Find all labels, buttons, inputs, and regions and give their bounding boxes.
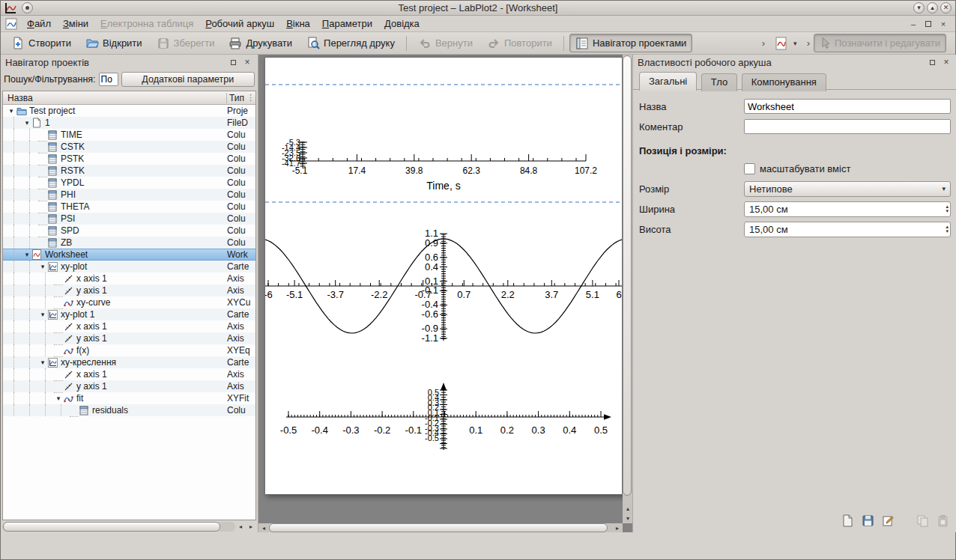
advanced-options-button[interactable]: Додаткові параметри	[121, 72, 255, 87]
size-combobox[interactable]: Нетипове ▾	[744, 181, 951, 197]
expander-icon[interactable]: ▾	[37, 263, 48, 270]
tree-row[interactable]: x axis 1Axis	[3, 320, 255, 332]
spin-down-icon[interactable]: ▾	[946, 229, 949, 234]
column-header-type[interactable]: Тип	[227, 93, 246, 103]
width-spinbox[interactable]: 15,00 см ▴▾	[744, 201, 951, 217]
tree-row[interactable]: residualsColu	[3, 404, 255, 416]
dock-close-icon[interactable]: ×	[940, 57, 952, 67]
mdi-restore-icon[interactable]	[922, 19, 934, 29]
worksheet-page[interactable]: -5.117.439.862.384.8107.2Time, s-5.3-14.…	[264, 57, 623, 495]
dock-float-icon[interactable]	[227, 57, 239, 67]
tree-row[interactable]: ▾WorksheetWork	[3, 249, 255, 261]
tree-row[interactable]: y axis 1Axis	[3, 284, 255, 296]
tab-layout[interactable]: Компонування	[742, 73, 826, 91]
maximize-button[interactable]: ▴	[927, 2, 938, 13]
scrollbar-thumb[interactable]	[3, 522, 220, 532]
menu-item-1[interactable]: Зміни	[57, 16, 94, 31]
menu-item-4[interactable]: Вікна	[280, 16, 316, 31]
edit-template-button[interactable]	[880, 513, 896, 528]
explorer-hscrollbar[interactable]: ◂ ▸	[2, 521, 256, 532]
menu-item-3[interactable]: Робочий аркуш	[199, 16, 280, 31]
tree-row[interactable]: ▾xy-plot 1Carte	[3, 308, 255, 320]
tree-row[interactable]: ▾Test projectProje	[3, 105, 255, 117]
print-button[interactable]: Друкувати	[223, 34, 298, 52]
window-menu-button[interactable]	[22, 2, 33, 13]
tree-row[interactable]: PSIColu	[3, 213, 255, 225]
filter-input[interactable]	[99, 73, 118, 86]
expander-icon[interactable]: ▾	[22, 251, 32, 258]
tree-row[interactable]: RSTKColu	[3, 165, 255, 177]
expander-icon[interactable]: ▾	[22, 119, 32, 127]
expander-icon[interactable]: ▾	[37, 311, 48, 318]
tree-row[interactable]: PHIColu	[3, 189, 255, 201]
titlebar[interactable]: Test project – LabPlot2 - [Worksheet] ▾ …	[1, 1, 955, 16]
column-header-name[interactable]: Назва	[3, 93, 227, 103]
tree-row[interactable]: x axis 1Axis	[3, 273, 255, 284]
name-input[interactable]	[744, 99, 951, 114]
tree-row[interactable]: y axis 1Axis	[3, 332, 255, 344]
minimize-button[interactable]: ▾	[913, 2, 925, 13]
scroll-left-icon[interactable]: ◂	[258, 523, 269, 532]
tree-row[interactable]: x axis 1Axis	[3, 368, 255, 380]
scroll-up-icon[interactable]: ▴	[623, 504, 632, 514]
column-menu-icon[interactable]: ⋮	[246, 93, 255, 103]
scroll-left-icon[interactable]: ◂	[235, 522, 246, 532]
open-button[interactable]: Відкрити	[79, 34, 148, 52]
scrollbar-thumb[interactable]	[623, 55, 632, 496]
toolbar-overflow-icon[interactable]: ›	[760, 37, 766, 49]
load-template-button[interactable]	[839, 513, 856, 528]
tree-row[interactable]: YPDLColu	[3, 177, 255, 189]
tree-row[interactable]: ▾fitXYFit	[3, 392, 255, 404]
close-button[interactable]: ✕	[940, 2, 952, 13]
tree-row[interactable]: SPDColu	[3, 225, 255, 237]
print-preview-button[interactable]: Перегляд друку	[300, 34, 401, 52]
save-template-button[interactable]	[859, 513, 876, 528]
tree-row[interactable]: PSTKColu	[3, 153, 255, 165]
tree-row[interactable]: ▾xy-кресленняCarte	[3, 356, 255, 368]
properties-tabbar: Загальні Тло Компонування	[633, 70, 956, 90]
tree-row[interactable]: ▾1FileD	[3, 117, 255, 129]
expander-icon[interactable]: ▾	[53, 395, 64, 402]
tree-row[interactable]: ▾xy-plotCarte	[3, 261, 255, 273]
tree-row[interactable]: TIMEColu	[3, 129, 255, 141]
spin-down-icon[interactable]: ▾	[946, 209, 949, 213]
tree-row[interactable]: y axis 1Axis	[3, 380, 255, 392]
tree-row[interactable]: ZBColu	[3, 237, 255, 249]
scrollbar-track[interactable]	[269, 523, 612, 532]
expander-icon[interactable]: ▾	[6, 107, 16, 115]
scroll-right-icon[interactable]: ▸	[612, 523, 623, 532]
scrollbar-thumb[interactable]	[269, 523, 608, 532]
path-element	[844, 515, 852, 526]
tree-row[interactable]: f(x)XYEq	[3, 344, 255, 356]
scrollbar-track[interactable]	[2, 522, 235, 532]
scale-content-checkbox[interactable]	[744, 163, 755, 174]
tree-row[interactable]: CSTKColu	[3, 141, 255, 153]
menu-item-6[interactable]: Довідка	[378, 16, 426, 31]
mdi-close-icon[interactable]: ×	[937, 19, 949, 29]
tree-header[interactable]: Назва Тип ⋮	[3, 91, 255, 105]
height-spinbox[interactable]: 15,00 см ▴▾	[744, 222, 951, 237]
undo-button: Вернути	[412, 34, 479, 52]
worksheet-hscrollbar[interactable]: ◂ ▸	[258, 523, 623, 532]
tab-general[interactable]: Загальні	[639, 72, 697, 91]
tree-row[interactable]: xy-curveXYCu	[3, 296, 255, 308]
project-explorer-toggle[interactable]: Навігатор проектами	[569, 34, 693, 52]
scroll-right-icon[interactable]: ▸	[246, 522, 256, 532]
comment-input[interactable]	[744, 119, 951, 134]
toolbar-overflow-icon[interactable]: ›	[805, 37, 811, 49]
scroll-down-icon[interactable]: ▾	[623, 514, 632, 523]
dock-float-icon[interactable]	[926, 57, 938, 67]
project-explorer-dock-title[interactable]: Навігатор проектів ×	[1, 55, 258, 70]
tab-background[interactable]: Тло	[701, 73, 737, 91]
new-button[interactable]: Створити	[5, 34, 77, 52]
tree-guide	[37, 368, 53, 380]
dock-close-icon[interactable]: ×	[241, 57, 253, 67]
expander-icon[interactable]: ▾	[37, 359, 48, 366]
tree-row[interactable]: THETAColu	[3, 201, 255, 213]
new-worksheet-element-button[interactable]: ▾	[769, 34, 803, 52]
worksheet-vscrollbar[interactable]: ▴ ▾	[623, 55, 632, 523]
menu-item-5[interactable]: Параметри	[316, 16, 378, 31]
mdi-minimize-icon[interactable]: –	[907, 19, 919, 29]
properties-dock-title[interactable]: Властивості робочого аркуша ×	[633, 55, 956, 70]
menu-item-0[interactable]: Файл	[21, 16, 57, 31]
